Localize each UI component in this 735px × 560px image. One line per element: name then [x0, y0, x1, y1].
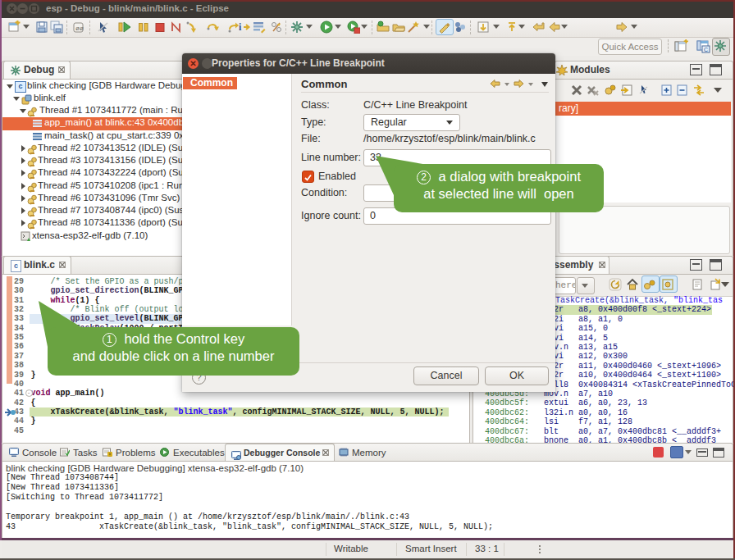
svg-text:øø: øø	[75, 25, 84, 32]
svg-text:C: C	[704, 47, 708, 52]
svg-text:i: i	[239, 21, 242, 33]
